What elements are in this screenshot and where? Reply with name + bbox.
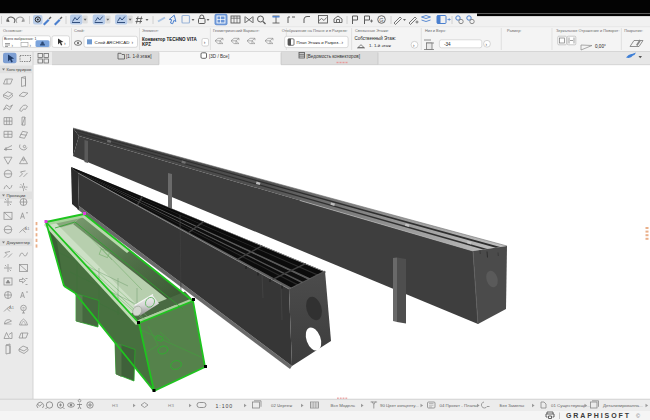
svg-text:Элемент:: Элемент: bbox=[142, 28, 159, 33]
svg-text:0,00°: 0,00° bbox=[595, 44, 606, 49]
svg-text:A1: A1 bbox=[9, 305, 15, 310]
svg-text:-34: -34 bbox=[444, 42, 451, 47]
svg-text:НЗ: НЗ bbox=[112, 403, 118, 408]
svg-text:90 Цвет концепту...: 90 Цвет концепту... bbox=[380, 403, 419, 408]
svg-text:G: G bbox=[379, 17, 383, 23]
svg-text:Проекции: Проекции bbox=[7, 193, 27, 198]
svg-text:GRAPHISOFT: GRAPHISOFT bbox=[566, 412, 631, 419]
svg-text:Связанные Этажи:: Связанные Этажи: bbox=[355, 28, 389, 33]
svg-text:Вся Модель: Вся Модель bbox=[331, 403, 356, 408]
svg-text:KPZ: KPZ bbox=[142, 42, 151, 47]
svg-text:Конструиров: Конструиров bbox=[7, 67, 32, 72]
svg-text:Всего выбранных: 1: Всего выбранных: 1 bbox=[4, 37, 36, 41]
svg-text:[3D / Все]: [3D / Все] bbox=[209, 54, 229, 59]
svg-text:Без Замены: Без Замены bbox=[500, 403, 525, 408]
svg-text:©: © bbox=[636, 413, 640, 419]
svg-text:01 Существующе...: 01 Существующе... bbox=[551, 403, 590, 408]
svg-text:02 Чертеж: 02 Чертеж bbox=[271, 403, 292, 408]
svg-text:Слой ARCHICAD: Слой ARCHICAD bbox=[95, 40, 130, 45]
svg-text:Документир: Документир bbox=[7, 240, 31, 245]
svg-text:Собственный Этаж:: Собственный Этаж: bbox=[355, 35, 396, 41]
svg-text:Слой:: Слой: bbox=[74, 28, 85, 33]
svg-text:1:100: 1:100 bbox=[216, 403, 233, 409]
svg-text:Покрытие:: Покрытие: bbox=[624, 28, 643, 33]
svg-text:A1: A1 bbox=[25, 226, 31, 231]
svg-text:Низ и Верх:: Низ и Верх: bbox=[425, 28, 446, 33]
svg-text:Размер:: Размер: bbox=[507, 28, 521, 33]
svg-text:Отображение на Плане и в Разре: Отображение на Плане и в Разрезе: bbox=[282, 28, 348, 33]
svg-text:Детализированна...: Детализированна... bbox=[603, 403, 643, 408]
svg-text:[1. 1-й этаж]: [1. 1-й этаж] bbox=[126, 53, 152, 59]
svg-text:Зеркальное Отражение и Поворот: Зеркальное Отражение и Поворот: bbox=[556, 28, 619, 33]
svg-text:Геометрический Вариант:: Геометрический Вариант: bbox=[213, 28, 260, 33]
svg-text:Основные:: Основные: bbox=[3, 28, 23, 33]
svg-text:04 Проект - Планы: 04 Проект - Планы bbox=[440, 403, 478, 408]
svg-text:1. 1-й этаж: 1. 1-й этаж bbox=[369, 43, 391, 48]
svg-text:План Этажа и Разрез...: План Этажа и Разрез... bbox=[297, 40, 342, 45]
svg-text:[Ведомость конвекторов]: [Ведомость конвекторов] bbox=[307, 54, 360, 59]
svg-text:НЗ: НЗ bbox=[168, 403, 174, 408]
